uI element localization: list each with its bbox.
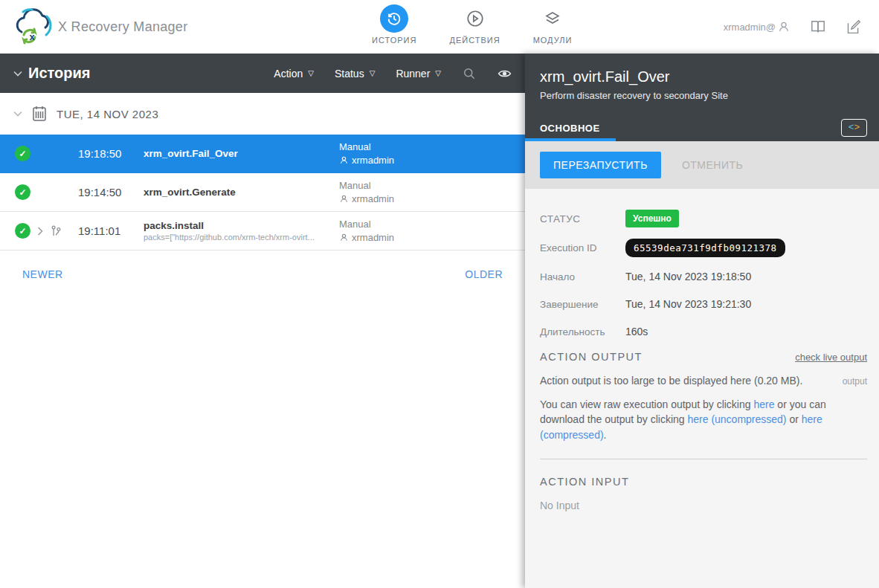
top-bar: x X Recovery Manager ИСТОРИЯ bbox=[0, 0, 879, 54]
execution-runner: Manual xrmadmin bbox=[339, 140, 525, 167]
user-icon bbox=[339, 155, 349, 165]
newer-link[interactable]: NEWER bbox=[22, 268, 63, 280]
executor-name: xrmadmin bbox=[352, 193, 394, 206]
nav-history[interactable]: ИСТОРИЯ bbox=[372, 4, 416, 45]
execution-runner: Manual xrmadmin bbox=[339, 218, 525, 244]
expand-chevron-icon[interactable] bbox=[37, 227, 43, 236]
filter-action[interactable]: Action▽ bbox=[274, 68, 314, 80]
execution-row[interactable]: ✓ 19:14:50 xrm_ovirt.Generate Manual xrm bbox=[0, 173, 525, 212]
app-title: X Recovery Manager bbox=[58, 19, 187, 35]
execution-name: xrm_ovirt.Generate bbox=[144, 187, 339, 198]
nav-modules-label: МОДУЛИ bbox=[533, 36, 573, 45]
action-input-header: ACTION INPUT bbox=[540, 476, 629, 488]
execution-row[interactable]: ✓ 19:18:50 xrm_ovirt.Fail_Over Manual xr bbox=[0, 135, 525, 173]
detail-header: xrm_ovirt.Fail_Over Perform disaster rec… bbox=[525, 54, 879, 141]
brand: x X Recovery Manager bbox=[10, 5, 187, 48]
execution-params: packs=["https://github.com/xrm-tech/xrm-… bbox=[144, 233, 329, 242]
trigger-type: Manual bbox=[339, 140, 525, 154]
start-value: Tue, 14 Nov 2023 19:18:50 bbox=[625, 271, 751, 282]
execution-time: 19:14:50 bbox=[78, 186, 130, 198]
user-menu[interactable]: xrmadmin@ bbox=[724, 20, 791, 33]
output-tag-label: output bbox=[843, 376, 867, 387]
nav-modules[interactable]: МОДУЛИ bbox=[533, 4, 573, 45]
date-group-row[interactable]: TUE, 14 NOV 2023 bbox=[0, 93, 525, 135]
eye-icon[interactable] bbox=[498, 68, 512, 79]
top-right: xrmadmin@ bbox=[724, 19, 861, 35]
user-icon bbox=[339, 233, 349, 242]
history-panel: История Action▽ Status▽ Runner▽ bbox=[0, 54, 525, 588]
section-divider bbox=[540, 459, 867, 459]
action-output-header: ACTION OUTPUT bbox=[540, 351, 643, 363]
detail-panel: xrm_ovirt.Fail_Over Perform disaster rec… bbox=[525, 54, 879, 588]
executor-name: xrmadmin bbox=[352, 154, 394, 167]
success-check-icon: ✓ bbox=[15, 223, 30, 239]
nav-actions[interactable]: ДЕЙСТВИЯ bbox=[449, 4, 500, 45]
executor-name: xrmadmin bbox=[352, 231, 394, 245]
end-value: Tue, 14 Nov 2023 19:21:30 bbox=[625, 298, 751, 310]
pagination: NEWER OLDER bbox=[0, 251, 525, 298]
user-icon bbox=[777, 20, 791, 33]
layers-icon bbox=[538, 4, 567, 33]
detail-tabs: ОСНОВНОЕ <> bbox=[525, 114, 879, 141]
code-view-toggle[interactable]: <> bbox=[841, 119, 867, 137]
duration-label: Длительность bbox=[540, 326, 625, 337]
docs-book-icon[interactable] bbox=[810, 19, 826, 34]
view-raw-link[interactable]: here bbox=[753, 398, 774, 410]
output-download-text: You can view raw execution output by cli… bbox=[540, 397, 867, 442]
execution-time: 19:18:50 bbox=[78, 147, 130, 160]
older-link[interactable]: OLDER bbox=[465, 268, 503, 280]
main-nav: ИСТОРИЯ ДЕЙСТВИЯ МОДУЛИ bbox=[372, 4, 572, 45]
duration-value: 160s bbox=[625, 326, 648, 337]
app-window: x X Recovery Manager ИСТОРИЯ bbox=[0, 0, 879, 588]
end-label: Завершение bbox=[540, 299, 625, 310]
chevron-down-icon bbox=[13, 111, 22, 117]
execution-id-label: Execution ID bbox=[540, 242, 625, 253]
status-label: СТАТУС bbox=[540, 213, 625, 224]
execution-id-value: 65539dea731f9dfb09121378 bbox=[625, 239, 785, 257]
history-header: История Action▽ Status▽ Runner▽ bbox=[0, 54, 525, 93]
cloud-logo-icon: x bbox=[10, 5, 54, 48]
search-icon[interactable] bbox=[462, 66, 477, 81]
detail-subtitle: Perform disaster recovery to secondary S… bbox=[540, 90, 867, 101]
tab-general[interactable]: ОСНОВНОЕ bbox=[540, 123, 600, 134]
collapse-chevron-icon[interactable] bbox=[13, 71, 22, 77]
triangle-down-icon: ▽ bbox=[435, 69, 441, 77]
workflow-branch-icon bbox=[50, 224, 62, 238]
success-check-icon: ✓ bbox=[15, 146, 30, 161]
detail-body: СТАТУС Успешно Execution ID 65539dea731f… bbox=[525, 189, 879, 511]
success-check-icon: ✓ bbox=[15, 184, 30, 200]
trigger-type: Manual bbox=[339, 179, 525, 193]
execution-row[interactable]: ✓ 19:11:01 packs.instal bbox=[0, 212, 525, 251]
execution-runner: Manual xrmadmin bbox=[339, 179, 525, 205]
active-tab-underline bbox=[525, 138, 616, 141]
nav-history-label: ИСТОРИЯ bbox=[372, 36, 416, 45]
filter-status[interactable]: Status▽ bbox=[335, 68, 375, 80]
triangle-down-icon: ▽ bbox=[308, 69, 314, 77]
nav-actions-label: ДЕЙСТВИЯ bbox=[449, 36, 500, 45]
date-group-label: TUE, 14 NOV 2023 bbox=[57, 108, 158, 120]
code-close-bracket: > bbox=[854, 121, 860, 132]
execution-name: xrm_ovirt.Fail_Over bbox=[144, 148, 339, 159]
download-uncompressed-link[interactable]: here (uncompressed) bbox=[687, 413, 786, 425]
execution-name: packs.install bbox=[144, 220, 339, 231]
user-icon bbox=[339, 194, 349, 204]
detail-title: xrm_ovirt.Fail_Over bbox=[540, 68, 867, 85]
execution-time: 19:11:01 bbox=[78, 224, 130, 237]
svg-text:x: x bbox=[30, 31, 36, 42]
filter-runner[interactable]: Runner▽ bbox=[396, 68, 441, 80]
output-too-large-text: Action output is too large to be display… bbox=[540, 375, 802, 387]
no-input-text: No Input bbox=[540, 500, 867, 511]
history-title: История bbox=[28, 65, 90, 82]
history-icon bbox=[380, 4, 408, 33]
check-live-output-link[interactable]: check live output bbox=[795, 352, 867, 363]
status-badge: Успешно bbox=[625, 210, 679, 227]
username-label: xrmadmin@ bbox=[724, 22, 776, 33]
calendar-icon bbox=[31, 105, 48, 123]
rerun-button[interactable]: ПЕРЕЗАПУСТИТЬ bbox=[540, 152, 661, 178]
cancel-button: ОТМЕНИТЬ bbox=[669, 152, 756, 178]
action-buttons-bar: ПЕРЕЗАПУСТИТЬ ОТМЕНИТЬ bbox=[525, 141, 879, 189]
trigger-type: Manual bbox=[339, 218, 525, 231]
triangle-down-icon: ▽ bbox=[370, 69, 376, 77]
edit-pencil-icon[interactable] bbox=[846, 19, 861, 35]
play-icon bbox=[461, 4, 489, 33]
